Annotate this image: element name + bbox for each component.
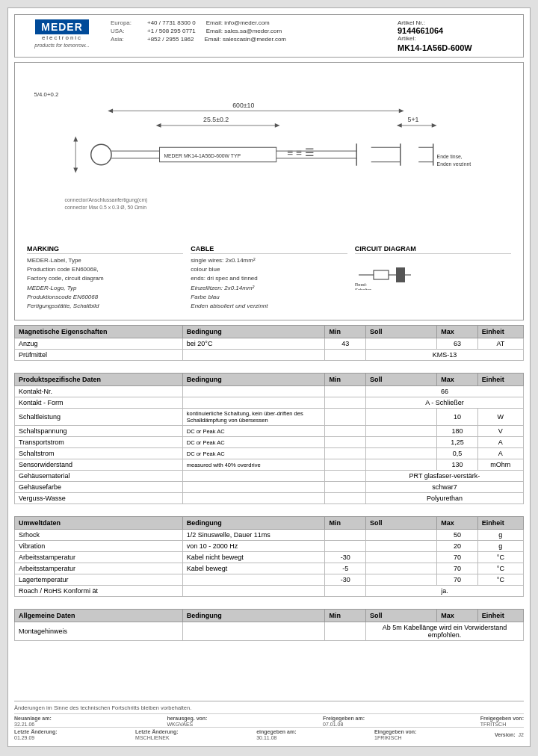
cell-min [325,409,365,426]
cell-min [325,622,365,641]
table-row: Vibrationvon 10 - 2000 Hz20g [15,541,524,552]
svg-text:25.5±0.2: 25.5±0.2 [203,116,229,123]
prod-col-soll: Soll [365,374,436,386]
footer-cell-1: Neuanlage am: 32.21.06 [14,716,52,727]
cable-line-2: ends: dri spec and tinned [191,274,347,282]
table-row: Srhock1/2 Sinuswelle, Dauer 11ms50g [15,530,524,541]
cell-soll [365,552,436,563]
svg-point-1 [91,144,111,164]
cable-line-4: Einzellitzen: 2x0.14mm² [191,284,347,292]
env-col-einheit: Einheit [477,517,523,530]
table-row: SchaltspannungDC or Peak AC180V [15,426,524,437]
cell-max: 20 [437,541,477,552]
footer-label-eingeg: eingegeben am: [256,729,296,734]
gen-col-soll: Soll [365,610,436,622]
gen-col-einheit: Einheit [477,610,523,622]
drawing-box: 5/4.0+0.2 MEDER MK14-1A56D-600W TYP ≡ ≡ … [14,62,524,320]
env-col-soll: Soll [365,517,436,530]
cell-soll [365,338,436,350]
env-col-max: Max [437,517,477,530]
table-row: SchaltstromDC or Peak AC0,5A [15,448,524,459]
footer-val-neuanlage: 32.21.06 [14,722,52,727]
cell-min [325,397,365,409]
svg-text:MEDER  MK14-1A56D-600W  TYP: MEDER MK14-1A56D-600W TYP [164,153,241,158]
version-value: J2 [519,732,524,737]
table-row: Gehäusefarbeschwar7 [15,482,524,493]
footer-change-note: Änderungen im Sinne des technischen Fort… [14,704,524,711]
cell-min [325,530,365,541]
footer-row-2: Letzte Änderung: 01.29.09 Letzte Änderun… [14,727,524,740]
cell-min [325,459,365,471]
cell-property: Gehäusefarbe [15,482,183,493]
table-row: Anzug bei 20°C 43 63 AT [15,338,524,350]
contact-row-asia: Asia: +852 / 2955 1862 Email: salescasin… [111,36,390,43]
cell-property: Srhock [15,530,183,541]
cell-min: -5 [325,563,365,574]
circuit-diagram-svg: Reed- Schalter [355,260,415,290]
circuit-col: CIRCUIT DIAGRAM Reed- Schalter [355,245,511,311]
table-row: Montagehinweis Ab 5m Kabellänge wird ein… [15,622,524,641]
cell-property: Roach / RoHS Konformi ät [15,586,183,597]
cable-col: CABLE single wires: 2x0.14mm² colour blu… [191,245,347,311]
cable-line-1: colour blue [191,265,347,273]
footer-label-freigeg-von: Freigegeben von: [480,716,524,721]
prod-col-property: Produktspezifische Daten [15,374,183,386]
annotations-row: MARKING MEDER-Label, Type Production cod… [21,242,517,314]
mag-col-min: Min [325,326,365,338]
cell-bedingung: DC or Peak AC [182,426,325,437]
marking-line-4: MEDER-Logo, Typ [27,284,183,292]
circuit-title: CIRCUIT DIAGRAM [355,245,511,254]
svg-text:connector Max 0.5 x 0.3 Ø, 50 : connector Max 0.5 x 0.3 Ø, 50 Ωmin [65,205,147,210]
svg-text:connector/Anschlussanfertigung: connector/Anschlussanfertigung(cm) [65,197,148,203]
cell-min [325,541,365,552]
cell-soll [365,437,436,448]
cell-max: 130 [437,459,477,471]
cell-bedingung [182,622,325,641]
cell-einheit: g [477,530,523,541]
gen-col-max: Max [437,610,477,622]
table-row: Prüfmittel KMS-13 [15,350,524,361]
env-table: Umweltdaten Bedingung Min Soll Max Einhe… [14,516,524,597]
table-row: Verguss-WassePolyurethan [15,493,524,504]
cell-soll [365,541,436,552]
contact-area: Europa: +40 / 7731 8300 0 Email: info@me… [111,19,390,52]
contact-email-europa: Email: info@meder.com [206,19,270,26]
table-row: ArbeitsstamperaturKabel nicht bewegt-307… [15,552,524,563]
logo-area: MEDER electronic products for tomorrow..… [21,19,103,52]
cell-bedingung: Kabel nicht bewegt [182,552,325,563]
contact-row-usa: USA: +1 / 508 295 0771 Email: sales.sa@m… [111,28,390,34]
svg-marker-23 [397,123,402,128]
logo-tagline: products for tomorrow... [34,43,90,48]
cell-min [325,471,365,482]
mag-col-max: Max [437,326,477,338]
cable-line-6: Enden abisoliert und verzinnt [191,302,347,310]
svg-marker-27 [73,137,78,142]
cell-min [325,426,365,437]
footer-cell-eingeg: eingegeben am: 30.11.08 [256,729,296,740]
cell-property: Gehäusematerial [15,471,183,482]
svg-text:Schalter: Schalter [355,288,371,290]
footer-label-neuanlage: Neuanlage am: [14,716,52,721]
cell-einheit: °C [477,552,523,563]
contact-email-usa: Email: sales.sa@meder.com [206,28,282,34]
svg-rect-34 [374,270,389,279]
marking-line-0: MEDER-Label, Type [27,256,183,264]
cell-max: 70 [437,574,477,586]
footer-cell-4: Freigegeben von: TFRITSCH [480,716,524,727]
footer-row-1: Neuanlage am: 32.21.06 herausgeg. von: W… [14,713,524,727]
cell-soll: ja. [365,586,523,597]
cell-soll [365,530,436,541]
svg-text:600±10: 600±10 [232,102,254,109]
cell-property: Kontakt - Form [15,397,183,409]
gen-col-property: Allgemeine Daten [15,610,183,622]
cell-bedingung: kontinuierliche Schaltung, kein über-dri… [182,409,325,426]
cell-bedingung: DC or Peak AC [182,448,325,459]
cell-soll [365,409,436,426]
cable-line-5: Farbe blau [191,293,347,301]
cell-property: Sensorwiderstand [15,459,183,471]
footer-val-freigeg-am: 07.01.08 [323,722,365,727]
prod-col-einheit: Einheit [477,374,523,386]
cell-max: 70 [437,563,477,574]
cell-soll: 66 [365,386,523,397]
svg-text:Enden verzinnt: Enden verzinnt [437,161,471,167]
